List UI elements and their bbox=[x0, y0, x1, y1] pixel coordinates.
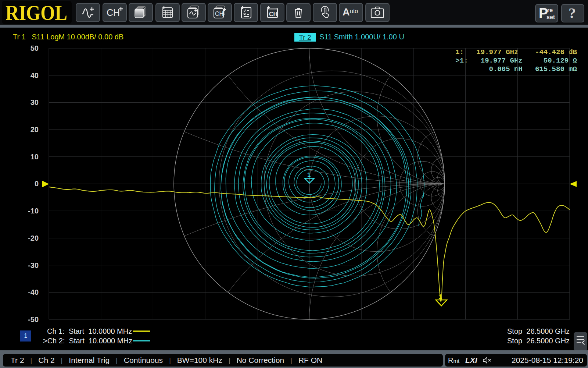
svg-text:1: 1 bbox=[438, 293, 442, 300]
svg-text:1: 1 bbox=[307, 171, 311, 178]
